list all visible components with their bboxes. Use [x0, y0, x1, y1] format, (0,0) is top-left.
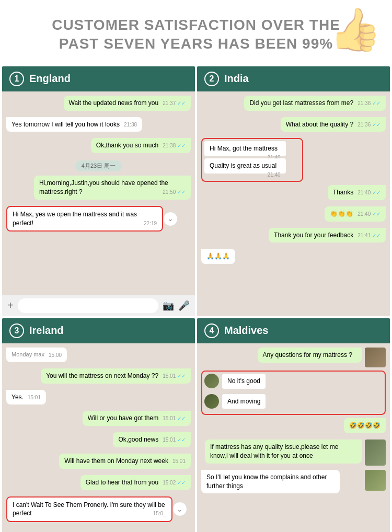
thumbs-up-icon: 👍: [329, 5, 382, 54]
panel-india-header: 2 India: [197, 66, 390, 91]
header-title: CUSTOMER SATISFACTION OVER THE PAST SEVE…: [10, 16, 382, 54]
panel-ireland: 3 Ireland Monday max 15:00 You will the …: [2, 318, 195, 532]
msg-ireland-1: You will the mattress on next Monday ?? …: [41, 368, 191, 384]
msg-india-2: What about the quality ? 21:36 ✓✓: [281, 117, 386, 132]
panel-maldives-body: Any questions for my mattress ? No it's …: [197, 343, 390, 532]
img-maldives-3: [365, 470, 386, 491]
panel-country-3: Ireland: [29, 325, 64, 337]
msg-india-emoji: 👏👏👏 21:40 ✓✓: [325, 206, 386, 222]
panel-india: 2 India Did you get last mattresses from…: [197, 66, 390, 316]
panel-country-2: India: [224, 73, 249, 85]
scroll-down-btn-ireland[interactable]: ⌄: [172, 502, 187, 516]
msg-maldives-2a: No it's good: [222, 374, 266, 389]
panel-england-body: Wait the updated news from you 21:37 ✓✓ …: [2, 91, 195, 295]
msg-india-feedback: Thank you for your feedback 21:41 ✓✓: [269, 228, 386, 243]
date-divider-england: 4月23日 周一: [75, 160, 122, 171]
england-text-input[interactable]: [18, 298, 158, 313]
msg-england-1: Wait the updated news from you 21:37 ✓✓: [64, 96, 191, 111]
msg-england-highlighted: Hi Max, yes we open the mattress and it …: [6, 206, 163, 232]
msg-maldives-emoji: 🤣🤣🤣🤣: [344, 418, 386, 433]
msg-india-1: Did you get last mattresses from me? 21:…: [244, 96, 386, 111]
panel-number-2: 2: [204, 72, 219, 86]
avatar-maldives-1: [204, 374, 219, 388]
header-section: 👍 CUSTOMER SATISFACTION OVER THE PAST SE…: [0, 0, 392, 64]
panel-number-1: 1: [9, 72, 24, 86]
msg-ireland-highlighted: I can't Wait To See Them Pronerly. I'm s…: [6, 496, 172, 523]
msg-england-2: Yes tomorrow I will tell you how it look…: [6, 117, 142, 132]
mic-icon[interactable]: 🎤: [178, 300, 190, 311]
panel-england-header: 1 England: [2, 66, 195, 91]
avatar-maldives-2: [204, 394, 219, 409]
msg-ireland-yes: Yes. 15:01: [6, 390, 46, 405]
scroll-down-btn[interactable]: ⌄: [163, 212, 178, 226]
msg-ireland-monday: Monday max 15:00: [6, 348, 67, 362]
panel-country-1: England: [29, 73, 71, 85]
msg-india-pray: 🙏🙏🙏: [201, 249, 235, 264]
msg-england-3: Ok,thank you so much 21:38 ✓✓: [91, 138, 191, 153]
msg-ireland-3: Ok,good news 15:01 ✓✓: [113, 432, 191, 447]
add-icon[interactable]: +: [7, 299, 14, 311]
panel-ireland-header: 3 Ireland: [2, 318, 195, 343]
chat-grid: 1 England Wait the updated news from you…: [0, 64, 392, 532]
msg-maldives-4: So I'll let you know the complains and o…: [201, 470, 340, 494]
msg-india-3b: Quality is great as usual 21:40: [204, 158, 286, 174]
panel-ireland-body: Monday max 15:00 You will the mattress o…: [2, 343, 195, 532]
camera-icon[interactable]: 📷: [163, 300, 174, 311]
msg-maldives-1: Any questions for my mattress ?: [258, 348, 362, 363]
panel-maldives-header: 4 Maldives: [197, 318, 390, 343]
img-maldives-1: [365, 348, 386, 367]
msg-maldives-2b: And moving: [222, 394, 266, 409]
msg-maldives-3: If mattress has any quality issue,please…: [205, 440, 362, 464]
msg-india-3a: Hi Max, got the mattress 21:40: [204, 141, 286, 156]
india-highlighted-group: Hi Max, got the mattress 21:40 Quality i…: [201, 138, 303, 182]
panel-number-3: 3: [9, 323, 24, 338]
img-maldives-2: [365, 440, 386, 466]
panel-england: 1 England Wait the updated news from you…: [2, 66, 195, 316]
msg-ireland-5: Glad to hear that from you 15:02 ✓✓: [80, 475, 191, 490]
panel-country-4: Maldives: [224, 325, 268, 337]
msg-india-thanks: Thanks 21:40 ✓✓: [328, 185, 386, 200]
msg-ireland-4: Will have them on Monday next week 15:01: [59, 454, 191, 469]
msg-england-4: Hi,morning,Justin,you should have opened…: [34, 176, 191, 200]
panel-number-4: 4: [204, 323, 219, 338]
maldives-highlighted-group: No it's good And moving: [201, 371, 386, 415]
panel-maldives: 4 Maldives Any questions for my mattress…: [197, 318, 390, 532]
england-input-bar: + 📷 🎤: [2, 295, 195, 316]
msg-ireland-2: Will or you have got them 15:01 ✓✓: [83, 411, 191, 426]
panel-india-body: Did you get last mattresses from me? 21:…: [197, 91, 390, 295]
